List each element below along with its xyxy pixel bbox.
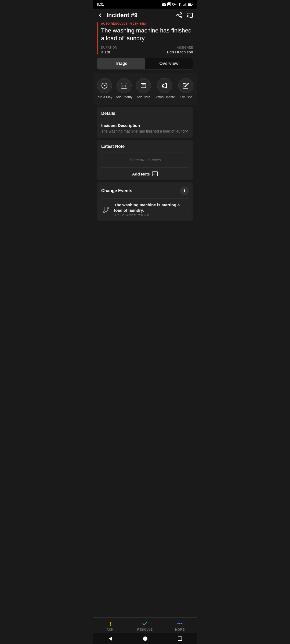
tab-triage[interactable]: Triage [97, 58, 145, 69]
details-header: Details [97, 107, 193, 119]
add-note-label: Add Note [137, 95, 150, 99]
change-event-title: The washing machine is starting a load o… [114, 202, 184, 213]
wifi-icon [177, 3, 182, 6]
edit-title-label: Edit Title [180, 95, 192, 99]
run-play-button[interactable]: Run a Play [97, 78, 113, 99]
duration-block: DURATION < 1m [101, 46, 117, 54]
change-event-date: Jun 12, 2022 at 7:31 PM [114, 213, 184, 217]
chevron-right-icon: › [187, 207, 189, 213]
svg-point-7 [179, 5, 180, 6]
info-button[interactable]: i [180, 186, 189, 195]
back-button[interactable] [97, 12, 103, 19]
git-icon [101, 205, 111, 215]
add-note-inline-label: Add Note [132, 172, 150, 176]
change-events-header: Change Events i [97, 182, 193, 198]
duration-label: DURATION [101, 46, 117, 49]
status-icons [162, 2, 193, 6]
latest-note-header: Latest Note [97, 140, 193, 152]
edit-title-button[interactable]: Edit Title [178, 78, 193, 99]
app-bar: Incident #9 [93, 9, 197, 22]
page-title: Incident #9 [107, 12, 173, 19]
auto-resolve-badge: AUTO RESOLVES IN 23H 59M [101, 22, 193, 25]
signal-icon [183, 3, 187, 6]
details-card: Details Incident Description The washing… [97, 107, 193, 138]
svg-point-33 [103, 211, 105, 213]
assignee-value: Ben Hutchison [167, 50, 193, 54]
no-notes-text: There are no notes [97, 152, 193, 167]
status-update-icon-circle [157, 78, 172, 93]
svg-point-16 [177, 14, 178, 16]
svg-rect-13 [188, 3, 191, 5]
megaphone-icon [161, 82, 168, 89]
note-icon [140, 82, 147, 89]
svg-point-3 [172, 3, 175, 5]
svg-point-15 [180, 13, 182, 14]
svg-rect-8 [183, 5, 184, 6]
mail-icon [162, 3, 166, 6]
incident-description-label: Incident Description [101, 123, 189, 128]
tab-overview[interactable]: Overview [145, 58, 193, 69]
svg-point-32 [107, 207, 109, 209]
svg-rect-2 [168, 3, 170, 5]
change-events-title: Change Events [101, 188, 132, 193]
app-icon [167, 2, 171, 6]
svg-line-19 [178, 14, 180, 15]
add-note-inline-icon [152, 171, 158, 176]
details-body: Incident Description The washing machine… [97, 119, 193, 138]
change-event-item[interactable]: The washing machine is starting a load o… [97, 199, 193, 221]
duration-value: < 1m [101, 50, 110, 54]
key-icon [172, 3, 176, 6]
change-events-card: Change Events i The washing machine is s… [97, 182, 193, 221]
add-priority-label: Add Priority [116, 95, 132, 99]
play-icon [101, 82, 108, 89]
git-branch-icon [102, 206, 110, 214]
incident-meta: DURATION < 1m ASSIGNEE Ben Hutchison [101, 46, 193, 54]
cast-icon[interactable] [187, 12, 193, 19]
pencil-icon [183, 82, 189, 89]
priority-icon: P1 [121, 82, 128, 89]
assignee-label: ASSIGNEE [167, 46, 193, 49]
svg-point-17 [180, 16, 182, 18]
add-note-icon-circle [136, 78, 151, 93]
share-icon[interactable] [176, 12, 182, 19]
status-update-button[interactable]: Status Update [154, 78, 175, 99]
incident-title: The washing machine has finished a load … [101, 27, 193, 42]
assignee-block: ASSIGNEE Ben Hutchison [167, 46, 193, 54]
svg-rect-11 [186, 3, 187, 6]
latest-note-card: Latest Note There are no notes Add Note [97, 140, 193, 180]
status-time: 8:31 [97, 2, 104, 6]
app-bar-actions [176, 12, 193, 19]
battery-icon [188, 3, 193, 6]
tab-bar: Triage Overview [97, 58, 193, 69]
status-update-label: Status Update [154, 95, 175, 99]
edit-title-icon-circle [178, 78, 193, 93]
change-event-content: The washing machine is starting a load o… [114, 202, 184, 217]
run-play-label: Run a Play [97, 95, 113, 99]
actions-row: Run a Play P1 Add Priority Add Note Stat… [93, 73, 197, 104]
svg-text:P1: P1 [122, 84, 126, 87]
status-bar: 8:31 [93, 0, 197, 9]
add-priority-icon-circle: P1 [117, 78, 132, 93]
run-play-icon-circle [97, 78, 112, 93]
incident-description-text: The washing machine has finished a load … [101, 129, 189, 134]
add-note-inline-button[interactable]: Add Note [97, 168, 193, 180]
add-priority-button[interactable]: P1 Add Priority [116, 78, 132, 99]
svg-marker-22 [104, 85, 106, 87]
svg-rect-10 [185, 3, 186, 6]
svg-rect-9 [184, 4, 185, 6]
incident-header: AUTO RESOLVES IN 23H 59M The washing mac… [97, 22, 193, 54]
add-note-button[interactable]: Add Note [136, 78, 151, 99]
svg-line-18 [178, 16, 180, 17]
